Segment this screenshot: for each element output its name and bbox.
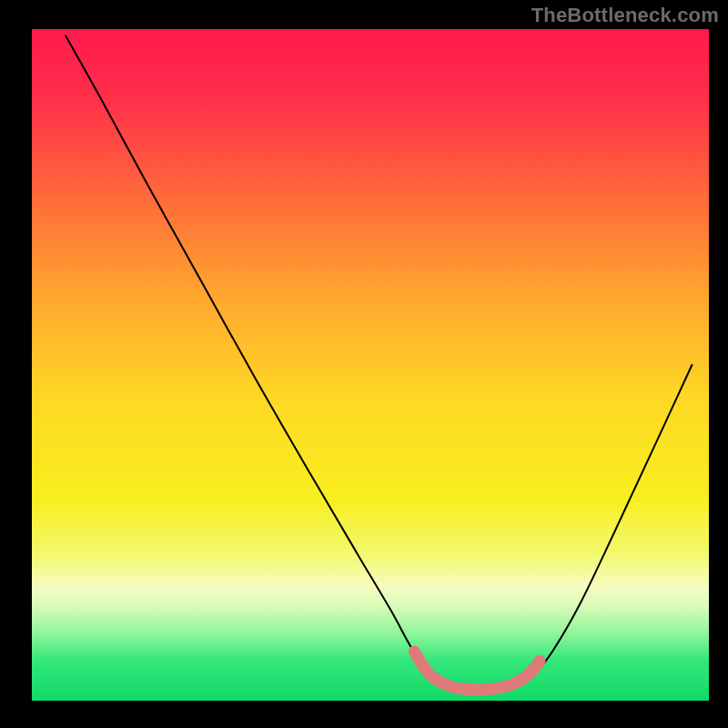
chart-frame: { "attribution": "TheBottleneck.com", "c…: [0, 0, 728, 728]
gradient-plot-background: [32, 29, 709, 701]
attribution-text: TheBottleneck.com: [531, 4, 719, 27]
bottleneck-chart: [0, 0, 728, 728]
